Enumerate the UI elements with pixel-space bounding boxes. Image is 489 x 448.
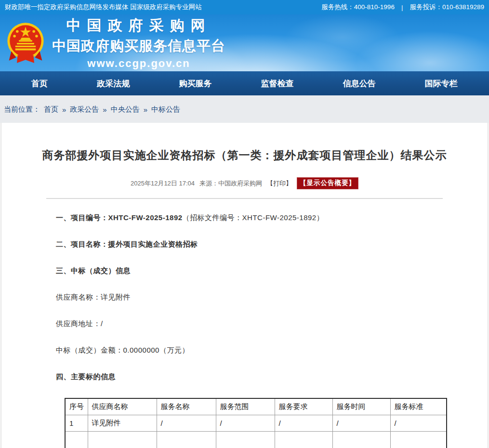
site-slogan: 财政部唯一指定政府采购信息网络发布媒体 国家级政府采购专业网站 (5, 3, 202, 12)
breadcrumb-item-zhongbiao[interactable]: 中标公告 (151, 105, 180, 114)
national-emblem-icon (6, 21, 45, 65)
col-header-seq: 序号 (65, 398, 88, 415)
article-body: 一、项目编号：XHTC-FW-2025-1892（招标文件编号：XHTC-FW-… (2, 199, 487, 448)
breadcrumb-item-central[interactable]: 中央公告 (111, 105, 140, 114)
site-name: 中国政府采购网 (52, 16, 225, 36)
breadcrumb-item-home[interactable]: 首页 (44, 105, 58, 114)
nav-item-international[interactable]: 国际专栏 (420, 75, 463, 92)
paragraph-main-subject-heading: 四、主要标的信息 (56, 371, 444, 382)
show-summary-button[interactable]: 【显示公告概要】 (297, 177, 358, 189)
article-title: 商务部援外项目实施企业资格招标（第一类：援外成套项目管理企业）结果公示 (2, 148, 487, 163)
print-button[interactable]: 【打印】 (267, 179, 292, 188)
paragraph-award-amount: 中标（成交）金额：0.0000000（万元） (56, 345, 444, 355)
breadcrumb-separator: » (62, 105, 66, 114)
article-meta: 2025年12月12日 17:04 来源：中国政府采购网 【打印】 【显示公告概… (2, 177, 487, 189)
cell-supplier: 详见附件 (88, 415, 157, 431)
paragraph-supplier-address: 供应商地址：/ (56, 318, 444, 329)
col-header-service-requirements: 服务要求 (275, 398, 332, 415)
service-hotline: 服务热线：400-810-1996 (321, 3, 395, 12)
top-bar: 财政部唯一指定政府采购信息网络发布媒体 国家级政府采购专业网站 服务热线：400… (0, 0, 489, 14)
col-header-service-standard: 服务标准 (390, 398, 447, 415)
cell-seq: 1 (65, 415, 88, 431)
main-subject-table: 序号 供应商名称 服务名称 服务范围 服务要求 服务时间 服务标准 1 详见附件… (65, 398, 447, 448)
nav-item-regulations[interactable]: 政采法规 (92, 75, 134, 92)
breadcrumb-separator: » (103, 105, 106, 114)
breadcrumb-separator: » (144, 105, 147, 114)
paragraph-project-name: 二、项目名称：援外项目实施企业资格招标 (56, 239, 444, 249)
cell-service-scope: / (216, 415, 275, 431)
breadcrumb-item-zhengcai[interactable]: 政采公告 (70, 105, 99, 114)
table-row: 1 详见附件 / / / / / (65, 415, 447, 431)
paragraph-supplier-name: 供应商名称：详见附件 (56, 292, 444, 302)
nav-item-supervision[interactable]: 监督检查 (256, 75, 299, 92)
site-header: 中国政府采购网 中国政府购买服务信息平台 www.ccgp.gov.cn (0, 14, 489, 71)
site-logo[interactable]: 中国政府采购网 中国政府购买服务信息平台 www.ccgp.gov.cn (0, 16, 225, 70)
content-panel: 商务部援外项目实施企业资格招标（第一类：援外成套项目管理企业）结果公示 2025… (2, 123, 487, 448)
service-complaint: 服务投诉：010-63819289 (410, 3, 484, 12)
cell-service-time: / (332, 415, 390, 431)
nav-item-home[interactable]: 首页 (26, 75, 53, 92)
table-row (65, 431, 447, 448)
site-subtitle: 中国政府购买服务信息平台 (52, 37, 225, 56)
topbar-divider: | (401, 4, 403, 11)
col-header-service-time: 服务时间 (332, 398, 390, 415)
col-header-service-scope: 服务范围 (216, 398, 275, 415)
nav-item-purchase-services[interactable]: 购买服务 (174, 75, 216, 92)
paragraph-project-number: 一、项目编号：XHTC-FW-2025-1892（招标文件编号：XHTC-FW-… (56, 212, 444, 223)
col-header-supplier: 供应商名称 (88, 398, 157, 415)
breadcrumb-prefix: 当前位置： (4, 105, 40, 114)
publish-datetime: 2025年12月12日 17:04 (131, 179, 195, 188)
cell-service-standard: / (390, 415, 447, 431)
cell-service-name: / (157, 415, 216, 431)
nav-item-announcements[interactable]: 信息公告 (338, 75, 381, 92)
site-url: www.ccgp.gov.cn (52, 57, 225, 70)
col-header-service-name: 服务名称 (157, 398, 216, 415)
table-header-row: 序号 供应商名称 服务名称 服务范围 服务要求 服务时间 服务标准 (65, 398, 447, 415)
paragraph-award-info-heading: 三、中标（成交）信息 (56, 265, 444, 276)
article-source: 来源：中国政府采购网 (199, 179, 262, 188)
breadcrumb: 当前位置： 首页 » 政采公告 » 中央公告 » 中标公告 (4, 105, 489, 114)
cell-service-requirements: / (275, 415, 332, 431)
breadcrumb-bar: 当前位置： 首页 » 政采公告 » 中央公告 » 中标公告 (0, 95, 489, 123)
main-nav: 首页 政采法规 购买服务 监督检查 信息公告 国际专栏 (0, 71, 489, 95)
